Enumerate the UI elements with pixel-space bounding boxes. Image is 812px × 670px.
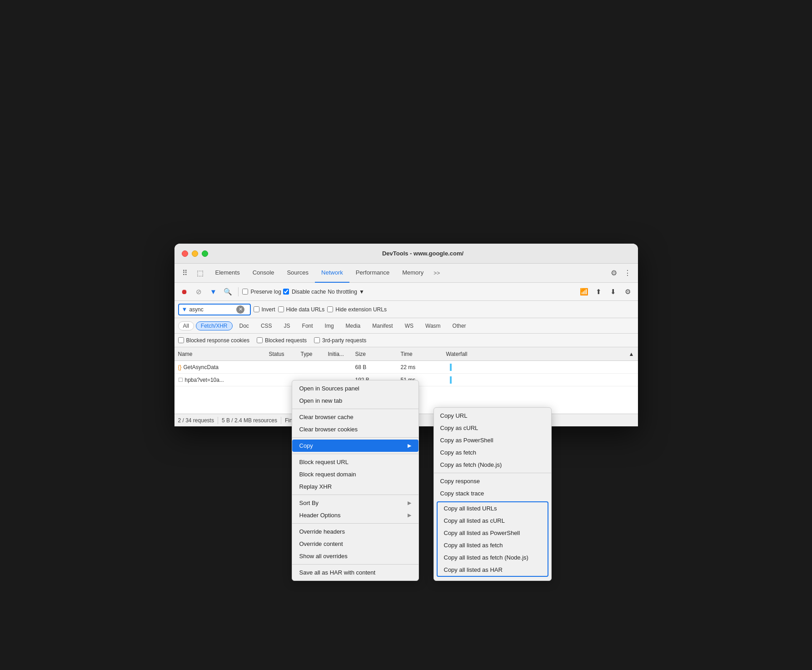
rtype-doc[interactable]: Doc [234,321,254,330]
tab-performance[interactable]: Performance [349,264,396,283]
invert-checkbox[interactable] [254,306,259,312]
filter-clear-button[interactable]: ✕ [236,305,244,314]
xhr-icon: {} [178,364,182,370]
ctx-open-new-tab-label: Open in new tab [299,397,343,404]
col-header-initiator[interactable]: Initia... [328,351,355,357]
submenu-copy-fetch-node[interactable]: Copy as fetch (Node.js) [434,459,551,471]
ctx-clear-cookies-label: Clear browser cookies [299,426,358,433]
rtype-ws[interactable]: WS [400,321,418,330]
col-header-size[interactable]: Size [355,351,401,357]
ctx-copy-arrow-icon: ▶ [408,443,411,449]
submenu-copy-powershell[interactable]: Copy as PowerShell [434,434,551,446]
ctx-clear-cache[interactable]: Clear browser cache [292,411,418,423]
submenu-copy-all-curl[interactable]: Copy all listed as cURL [438,515,548,527]
tab-console[interactable]: Console [246,264,281,283]
rtype-other[interactable]: Other [448,321,471,330]
col-header-name[interactable]: Name [178,351,269,357]
ctx-save-har[interactable]: Save all as HAR with content [292,566,418,579]
ctx-open-new-tab[interactable]: Open in new tab [292,395,418,407]
throttle-select[interactable]: No throttling ▼ [328,289,364,295]
network-settings-icon[interactable]: ⚙ [622,285,634,298]
rtype-js[interactable]: JS [279,321,295,330]
ctx-block-url-label: Block request URL [299,459,349,465]
settings-icon[interactable]: ⚙ [607,266,621,280]
rtype-all[interactable]: All [178,321,194,330]
clear-button[interactable]: ⊘ [193,285,205,298]
ctx-sort-by[interactable]: Sort By ▶ [292,497,418,509]
minimize-button[interactable] [192,250,198,257]
filter-button[interactable]: ▼ [207,285,220,298]
search-button[interactable]: 🔍 [222,285,234,298]
col-header-time[interactable]: Time [401,351,446,357]
device-icon[interactable]: ⬚ [194,266,207,280]
third-party-checkbox[interactable] [314,337,320,343]
ctx-header-options[interactable]: Header Options ▶ [292,509,418,521]
submenu-copy-fetch[interactable]: Copy as fetch [434,446,551,459]
ctx-copy[interactable]: Copy ▶ [292,440,418,452]
ctx-override-content[interactable]: Override content [292,538,418,550]
submenu-copy-all-fetch-node[interactable]: Copy all listed as fetch (Node.js) [438,551,548,564]
rtype-media[interactable]: Media [341,321,366,330]
col-header-waterfall[interactable]: Waterfall ▲ [446,351,634,357]
ctx-replay-xhr[interactable]: Replay XHR [292,480,418,493]
submenu-copy-url[interactable]: Copy URL [434,410,551,422]
tab-elements[interactable]: Elements [209,264,246,283]
export-icon[interactable]: ⬇ [607,285,620,298]
ctx-block-domain[interactable]: Block request domain [292,468,418,480]
ctx-clear-cookies[interactable]: Clear browser cookies [292,423,418,435]
doc-icon: ☐ [178,377,183,383]
submenu-copy-response[interactable]: Copy response [434,475,551,487]
tab-sources[interactable]: Sources [280,264,315,283]
status-divider-2 [281,417,281,424]
requests-count: 2 / 34 requests [178,417,214,424]
wifi-icon[interactable]: 📶 [578,285,591,298]
submenu-copy-all-urls[interactable]: Copy all listed URLs [438,502,548,515]
tab-memory[interactable]: Memory [396,264,430,283]
import-icon[interactable]: ⬆ [593,285,605,298]
blocked-cookies-checkbox[interactable] [178,337,184,343]
col-header-status[interactable]: Status [269,351,301,357]
blocked-row: Blocked response cookies Blocked request… [174,334,638,347]
preserve-log-label: Preserve log [251,289,281,295]
maximize-button[interactable] [202,250,208,257]
more-options-icon[interactable]: ⋮ [621,266,634,280]
preserve-log-checkbox[interactable] [242,289,248,295]
submenu-copy-all-powershell[interactable]: Copy all listed as PowerShell [438,527,548,539]
submenu-copy-curl[interactable]: Copy as cURL [434,422,551,434]
disable-cache-checkbox[interactable] [283,289,289,295]
filter-input[interactable] [189,306,234,313]
rtype-wasm[interactable]: Wasm [420,321,446,330]
rtype-css[interactable]: CSS [256,321,277,330]
throttle-arrow-icon: ▼ [359,289,364,295]
ctx-sep-2 [292,437,418,438]
hide-data-checkbox[interactable] [278,306,284,312]
ctx-open-sources-label: Open in Sources panel [299,385,359,392]
ctx-block-url[interactable]: Block request URL [292,456,418,468]
rtype-img[interactable]: Img [320,321,339,330]
waterfall-bar-2 [450,376,452,384]
blocked-requests-checkbox[interactable] [257,337,263,343]
table-row[interactable]: {} GetAsyncData 68 B 22 ms [174,361,638,374]
stop-recording-button[interactable]: ⏺ [178,285,191,298]
ctx-sort-by-label: Sort By [299,500,319,506]
table-header: Name Status Type Initia... Size Time Wat… [174,347,638,361]
rtype-manifest[interactable]: Manifest [367,321,398,330]
tab-network[interactable]: Network [315,264,349,283]
col-header-type[interactable]: Type [301,351,328,357]
ctx-sep-3 [292,454,418,454]
tabs-more-button[interactable]: >> [430,270,443,276]
close-button[interactable] [182,250,188,257]
hide-ext-checkbox[interactable] [327,306,333,312]
ctx-open-sources[interactable]: Open in Sources panel [292,382,418,395]
row-waterfall-2 [446,376,634,384]
rtype-font[interactable]: Font [297,321,318,330]
ctx-show-overrides[interactable]: Show all overrides [292,550,418,562]
inspector-icon[interactable]: ⠿ [178,266,192,280]
invert-label: Invert [262,306,275,313]
ctx-replay-xhr-label: Replay XHR [299,483,332,490]
ctx-override-headers[interactable]: Override headers [292,525,418,538]
rtype-fetch-xhr[interactable]: Fetch/XHR [196,321,233,330]
submenu-copy-all-fetch[interactable]: Copy all listed as fetch [438,539,548,551]
submenu-copy-stack[interactable]: Copy stack trace [434,487,551,500]
submenu-copy-all-har[interactable]: Copy all listed as HAR [438,564,548,576]
